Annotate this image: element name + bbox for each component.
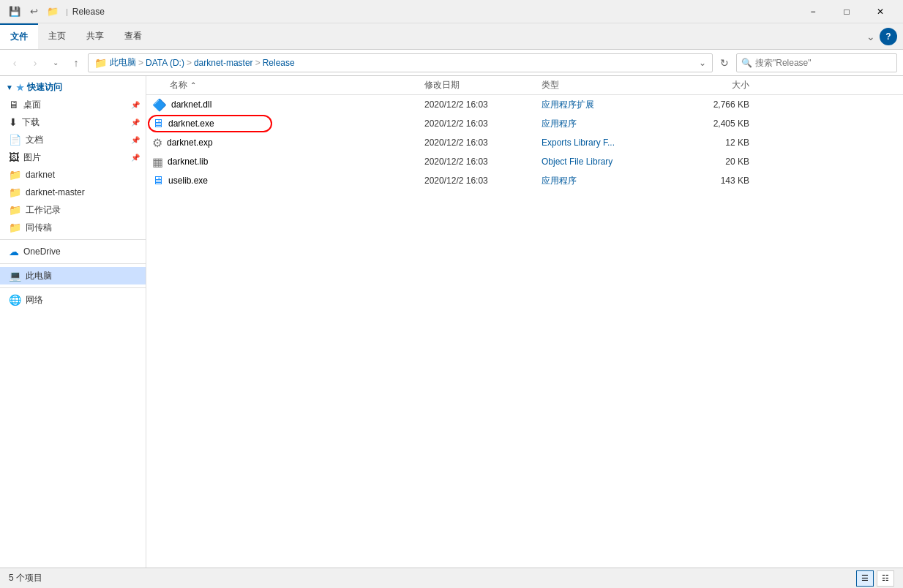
downloads-label: 下载 xyxy=(22,116,128,129)
table-row[interactable]: ▦ darknet.lib 2020/12/2 16:03 Object Fil… xyxy=(146,152,903,171)
file-area: 名称 ⌃ 修改日期 类型 大小 🔷 darknet.dll 2020/12/2 … xyxy=(146,76,903,568)
col-header-size[interactable]: 大小 xyxy=(688,79,761,91)
sidebar-item-darknet[interactable]: 📁 darknet xyxy=(0,166,146,184)
darknet-master-label: darknet-master xyxy=(26,187,140,197)
path-chevron-icon: ⌄ xyxy=(699,58,706,68)
thispc-icon: 💻 xyxy=(9,270,21,282)
file-icon-dll: 🔷 xyxy=(152,98,167,112)
table-row[interactable]: 🔷 darknet.dll 2020/12/2 16:03 应用程序扩展 2,7… xyxy=(146,95,903,114)
onedrive-icon: ☁ xyxy=(9,246,19,257)
file-size-cell: 12 KB xyxy=(688,137,761,148)
onedrive-label: OneDrive xyxy=(23,246,140,257)
view-buttons: ☰ ☷ xyxy=(856,570,894,587)
sidebar-section-quickaccess: ▼ ★ 快速访问 🖥 桌面 📌 ⬇ 下载 📌 📄 文档 📌 🖼 图片 xyxy=(0,79,146,236)
window-controls: − □ ✕ xyxy=(796,0,897,23)
path-thispc[interactable]: 此电脑 xyxy=(110,56,136,69)
file-name: darknet.dll xyxy=(171,99,211,110)
save-qa-button[interactable]: 💾 xyxy=(6,3,23,20)
file-name: darknet.exe xyxy=(168,118,214,129)
ribbon-right: ⌄ ? xyxy=(866,23,903,49)
file-size-cell: 143 KB xyxy=(688,176,761,186)
address-path[interactable]: 📁 此电脑 > DATA (D:) > darknet-master > Rel… xyxy=(88,53,713,72)
pin-desktop-icon: 📌 xyxy=(131,101,140,109)
search-box[interactable]: 🔍 xyxy=(736,53,897,72)
forward-button[interactable]: › xyxy=(26,54,44,72)
file-date-cell: 2020/12/2 16:03 xyxy=(424,137,542,148)
file-date-cell: 2020/12/2 16:03 xyxy=(424,99,542,110)
worklog-icon: 📁 xyxy=(9,204,21,216)
file-name-cell: 🔷 darknet.dll xyxy=(146,98,424,112)
col-header-date[interactable]: 修改日期 xyxy=(424,79,542,91)
divider-2 xyxy=(0,263,146,264)
back-button[interactable]: ‹ xyxy=(6,54,23,72)
pictures-icon: 🖼 xyxy=(9,151,19,163)
dropdown-button[interactable]: ⌄ xyxy=(47,54,64,72)
network-label: 网络 xyxy=(26,294,140,306)
sidebar-header-quickaccess[interactable]: ▼ ★ 快速访问 xyxy=(0,79,146,96)
sort-arrow-icon: ⌃ xyxy=(190,81,196,89)
help-button[interactable]: ? xyxy=(880,28,897,45)
file-size-cell: 2,405 KB xyxy=(688,118,761,129)
ribbon-expand-icon[interactable]: ⌄ xyxy=(866,31,875,42)
column-headers: 名称 ⌃ 修改日期 类型 大小 xyxy=(146,76,903,95)
quickaccess-label: 快速访问 xyxy=(27,81,62,94)
col-header-type[interactable]: 类型 xyxy=(542,79,688,91)
pictures-label: 图片 xyxy=(23,151,128,164)
path-release[interactable]: Release xyxy=(263,58,295,68)
up-button[interactable]: ↑ xyxy=(67,54,85,72)
desktop-icon: 🖥 xyxy=(9,99,19,110)
title-bar: 💾 ↩ 📁 | Release − □ ✕ xyxy=(0,0,903,23)
sidebar-item-network[interactable]: 🌐 网络 xyxy=(0,291,146,309)
sidebar-item-pictures[interactable]: 🖼 图片 📌 xyxy=(0,148,146,166)
refresh-button[interactable]: ↻ xyxy=(716,54,733,72)
search-input[interactable] xyxy=(755,58,892,68)
documents-icon: 📄 xyxy=(9,134,21,146)
status-bar: 5 个项目 ☰ ☷ xyxy=(0,568,903,588)
sidebar-item-documents[interactable]: 📄 文档 📌 xyxy=(0,131,146,148)
undo-qa-button[interactable]: ↩ xyxy=(25,3,42,20)
file-date-cell: 2020/12/2 16:03 xyxy=(424,157,542,167)
file-icon-exe: 🖥 xyxy=(152,117,164,130)
darknet-folder-icon: 📁 xyxy=(9,169,21,181)
sidebar-item-thispc[interactable]: 💻 此电脑 xyxy=(0,267,146,284)
sidebar-item-tongchaogao[interactable]: 📁 同传稿 xyxy=(0,219,146,236)
tab-file[interactable]: 文件 xyxy=(0,23,38,49)
address-bar: ‹ › ⌄ ↑ 📁 此电脑 > DATA (D:) > darknet-mast… xyxy=(0,50,903,76)
pin-documents-icon: 📌 xyxy=(131,136,140,144)
title-text: Release xyxy=(72,7,105,17)
list-view-button[interactable]: ☰ xyxy=(856,570,874,587)
table-row[interactable]: 🖥 darknet.exe 2020/12/2 16:03 应用程序 2,405… xyxy=(146,114,903,133)
tongchaogao-label: 同传稿 xyxy=(26,222,140,234)
file-date-cell: 2020/12/2 16:03 xyxy=(424,118,542,129)
sidebar-item-desktop[interactable]: 🖥 桌面 📌 xyxy=(0,96,146,113)
detail-view-button[interactable]: ☷ xyxy=(877,570,894,587)
darknet-master-icon: 📁 xyxy=(9,186,21,198)
file-type-cell: 应用程序 xyxy=(542,118,688,130)
expand-quickaccess-icon: ▼ xyxy=(6,83,13,91)
table-row[interactable]: 🖥 uselib.exe 2020/12/2 16:03 应用程序 143 KB xyxy=(146,171,903,190)
file-type-cell: 应用程序 xyxy=(542,175,688,187)
table-row[interactable]: ⚙ darknet.exp 2020/12/2 16:03 Exports Li… xyxy=(146,133,903,152)
path-datad[interactable]: DATA (D:) xyxy=(146,58,184,68)
sidebar-item-worklog[interactable]: 📁 工作记录 xyxy=(0,201,146,219)
close-button[interactable]: ✕ xyxy=(863,0,897,23)
path-darknet-master[interactable]: darknet-master xyxy=(194,58,253,68)
tongchaogao-icon: 📁 xyxy=(9,222,21,233)
sidebar-item-darknet-master[interactable]: 📁 darknet-master xyxy=(0,184,146,201)
file-name-cell: ⚙ darknet.exp xyxy=(146,136,424,150)
search-icon: 🔍 xyxy=(741,58,752,68)
col-header-name[interactable]: 名称 ⌃ xyxy=(146,79,424,91)
divider-1 xyxy=(0,239,146,240)
file-icon-lib: ▦ xyxy=(152,155,163,169)
sidebar-item-downloads[interactable]: ⬇ 下载 📌 xyxy=(0,113,146,131)
sidebar-item-onedrive[interactable]: ☁ OneDrive xyxy=(0,243,146,260)
maximize-button[interactable]: □ xyxy=(830,0,863,23)
tab-share[interactable]: 共享 xyxy=(76,23,114,49)
tab-home[interactable]: 主页 xyxy=(38,23,76,49)
folder-qa-button[interactable]: 📁 xyxy=(44,3,61,20)
tab-view[interactable]: 查看 xyxy=(114,23,152,49)
thispc-label: 此电脑 xyxy=(26,270,140,282)
main-layout: ▼ ★ 快速访问 🖥 桌面 📌 ⬇ 下载 📌 📄 文档 📌 🖼 图片 xyxy=(0,76,903,568)
minimize-button[interactable]: − xyxy=(796,0,830,23)
file-name: darknet.exp xyxy=(167,137,213,148)
